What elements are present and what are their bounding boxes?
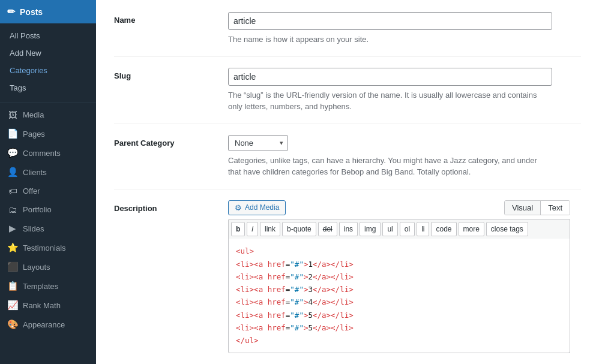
posts-icon: ✏ [7, 6, 15, 17]
slug-field: The “slug” is the URL-friendly version o… [228, 68, 581, 113]
tags-label: Tags [10, 83, 26, 92]
layouts-icon: ⬛ [7, 261, 18, 272]
toolbar-del[interactable]: del [318, 222, 337, 237]
code-line-2: <li><a href="#">1</a></li> [236, 258, 562, 270]
name-label: Name [114, 12, 228, 25]
pages-icon: 📄 [7, 128, 18, 139]
sidebar-item-media[interactable]: 🖼 Media [0, 106, 96, 124]
toolbar-close-tags[interactable]: close tags [486, 222, 528, 237]
templates-icon: 📋 [7, 281, 18, 291]
parent-select-wrapper: None ▾ [228, 135, 288, 151]
rank-math-label: Rank Math [23, 301, 61, 310]
sidebar-item-layouts[interactable]: ⬛ Layouts [0, 257, 96, 276]
testimonials-icon: ⭐ [7, 242, 18, 253]
slides-icon: ▶ [7, 223, 18, 234]
parent-hint: Categories, unlike tags, can have a hier… [228, 155, 552, 178]
sidebar-item-pages[interactable]: 📄 Pages [0, 124, 96, 143]
sidebar-title: Posts [20, 7, 43, 17]
parent-row: Parent Category None ▾ Categories, unlik… [114, 135, 581, 189]
parent-field: None ▾ Categories, unlike tags, can have… [228, 135, 581, 178]
clients-icon: 👤 [7, 167, 18, 178]
sidebar-item-templates[interactable]: 📋 Templates [0, 276, 96, 296]
rank-math-icon: 📈 [7, 300, 18, 311]
all-posts-label: All Posts [10, 31, 40, 40]
toolbar-ins[interactable]: ins [339, 222, 358, 237]
sidebar-item-testimonials[interactable]: ⭐ Testimonials [0, 238, 96, 257]
code-line-1: <ul> [236, 245, 562, 257]
add-media-icon: ⚙ [235, 203, 242, 212]
testimonials-label: Testimonials [23, 243, 66, 252]
sidebar-item-portfolio[interactable]: 🗂 Portfolio [0, 200, 96, 219]
clients-label: Clients [23, 168, 47, 177]
code-line-8: </ul> [236, 334, 562, 347]
toolbar-link[interactable]: link [260, 222, 280, 237]
description-row: Description ⚙ Add Media Visual Text b i … [114, 200, 581, 365]
layouts-label: Layouts [23, 263, 50, 272]
media-icon: 🖼 [7, 110, 18, 120]
main-content: Name The name is how it appears on your … [96, 0, 599, 364]
toolbar-italic[interactable]: i [247, 222, 258, 237]
comments-icon: 💬 [7, 148, 18, 158]
editor-top-bar: ⚙ Add Media Visual Text [228, 200, 570, 215]
form-area: Name The name is how it appears on your … [96, 0, 599, 364]
editor-toolbar: b i link b-quote del ins img ul ol li co… [228, 219, 570, 239]
name-input[interactable] [228, 12, 552, 30]
posts-submenu: All Posts Add New Categories Tags [0, 23, 96, 100]
slug-row: Slug The “slug” is the URL-friendly vers… [114, 68, 581, 124]
editor-wrapper: ⚙ Add Media Visual Text b i link b-quote… [228, 200, 570, 354]
tab-visual[interactable]: Visual [505, 201, 541, 215]
sidebar-item-comments[interactable]: 💬 Comments [0, 143, 96, 163]
add-media-label: Add Media [245, 203, 279, 212]
code-line-6: <li><a href="#">5</a></li> [236, 309, 562, 321]
name-hint: The name is how it appears on your site. [228, 34, 552, 46]
slug-label: Slug [114, 68, 228, 80]
sidebar-item-offer[interactable]: 🏷 Offer [0, 182, 96, 200]
media-label: Media [23, 110, 44, 119]
sidebar-item-appearance[interactable]: 🎨 Appearance [0, 315, 96, 334]
appearance-label: Appearance [23, 320, 65, 329]
sidebar-item-rank-math[interactable]: 📈 Rank Math [0, 296, 96, 315]
sidebar-item-clients[interactable]: 👤 Clients [0, 163, 96, 182]
sidebar: ✏ Posts All Posts Add New Categories Tag… [0, 0, 96, 364]
sidebar-item-all-posts[interactable]: All Posts [0, 27, 96, 44]
offer-label: Offer [23, 186, 40, 195]
comments-label: Comments [23, 149, 61, 158]
offer-icon: 🏷 [7, 186, 18, 196]
categories-label: Categories [10, 66, 47, 75]
slides-label: Slides [23, 224, 44, 233]
code-line-7: <li><a href="#">5</a></li> [236, 321, 562, 334]
toolbar-bold[interactable]: b [231, 222, 245, 237]
toolbar-more[interactable]: more [459, 222, 484, 237]
portfolio-icon: 🗂 [7, 204, 18, 215]
parent-label: Parent Category [114, 135, 228, 148]
slug-input[interactable] [228, 68, 552, 86]
toolbar-code[interactable]: code [431, 222, 456, 237]
pages-label: Pages [23, 130, 45, 139]
name-field: The name is how it appears on your site. [228, 12, 581, 46]
sidebar-item-tags[interactable]: Tags [0, 79, 96, 97]
code-line-4: <li><a href="#">3</a></li> [236, 283, 562, 296]
sidebar-item-categories[interactable]: Categories [0, 62, 96, 79]
appearance-icon: 🎨 [7, 319, 18, 330]
code-line-3: <li><a href="#">2</a></li> [236, 270, 562, 283]
tab-text[interactable]: Text [541, 201, 570, 215]
code-line-5: <li><a href="#">4</a></li> [236, 296, 562, 308]
add-media-button[interactable]: ⚙ Add Media [228, 200, 286, 215]
code-editor-area[interactable]: <ul> <li><a href="#">1</a></li> <li><a h… [228, 239, 570, 353]
name-row: Name The name is how it appears on your … [114, 12, 581, 57]
templates-label: Templates [23, 282, 58, 291]
toolbar-li[interactable]: li [417, 222, 429, 237]
toolbar-ol[interactable]: ol [400, 222, 415, 237]
sidebar-item-add-new[interactable]: Add New [0, 44, 96, 62]
description-label: Description [114, 200, 228, 213]
add-new-label: Add New [10, 49, 41, 58]
toolbar-bquote[interactable]: b-quote [282, 222, 316, 237]
slug-hint: The “slug” is the URL-friendly version o… [228, 89, 552, 113]
parent-category-select[interactable]: None [228, 135, 288, 151]
portfolio-label: Portfolio [23, 205, 52, 214]
view-tabs: Visual Text [504, 200, 570, 215]
toolbar-ul[interactable]: ul [382, 222, 397, 237]
sidebar-item-slides[interactable]: ▶ Slides [0, 219, 96, 238]
sidebar-header[interactable]: ✏ Posts [0, 0, 96, 23]
toolbar-img[interactable]: img [360, 222, 381, 237]
